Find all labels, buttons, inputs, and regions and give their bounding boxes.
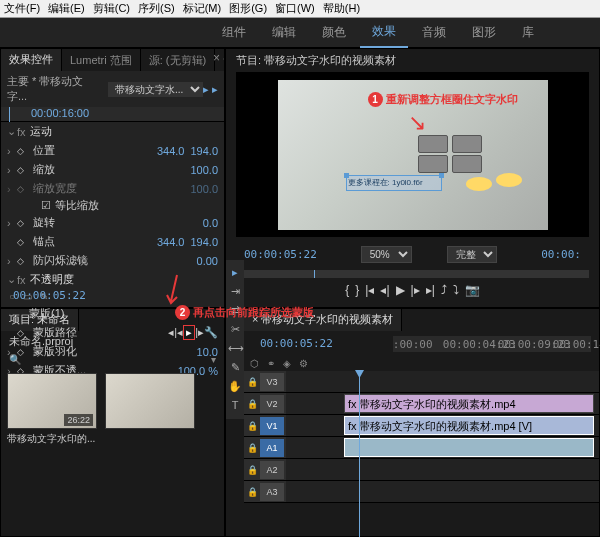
- tab-audio[interactable]: 音频: [410, 18, 458, 47]
- playhead[interactable]: [359, 371, 360, 537]
- tab-lumetri[interactable]: Lumetri 范围: [62, 49, 141, 71]
- track-forward-icon[interactable]: ▸: [183, 325, 195, 340]
- track-v3[interactable]: V3: [260, 373, 284, 391]
- track-v2[interactable]: V2: [260, 395, 284, 413]
- anchor-y[interactable]: 194.0: [190, 236, 218, 248]
- lane-v1[interactable]: fx 带移动文字水印的视频素材.mp4 [V]: [286, 415, 599, 436]
- scale-val[interactable]: 100.0: [190, 164, 218, 176]
- mask-feather[interactable]: 蒙版羽化: [29, 344, 191, 359]
- track-back-1-icon[interactable]: ◂|: [168, 326, 177, 339]
- menu-help[interactable]: 帮助(H): [323, 1, 360, 16]
- program-scrubber[interactable]: [236, 270, 589, 278]
- go-out-icon[interactable]: ▸|: [426, 283, 435, 297]
- track-forward-1-icon[interactable]: |▸: [195, 326, 204, 339]
- step-back-icon[interactable]: ◂|: [380, 283, 389, 297]
- tab-effect-controls[interactable]: 效果控件: [1, 49, 62, 71]
- type-tool-icon[interactable]: T: [228, 399, 242, 413]
- clip-dropdown[interactable]: 带移动文字水...: [108, 82, 203, 97]
- stopwatch-icon[interactable]: ◇: [17, 218, 29, 228]
- track-a3[interactable]: A3: [260, 483, 284, 501]
- lock-icon[interactable]: 🔒: [247, 377, 258, 387]
- marker-icon[interactable]: ◈: [283, 358, 291, 369]
- settings-icon[interactable]: ⚙: [299, 358, 308, 369]
- lock-icon[interactable]: 🔒: [247, 487, 258, 497]
- menu-marker[interactable]: 标记(M): [183, 1, 222, 16]
- anchor-x[interactable]: 344.0: [157, 236, 185, 248]
- extract-icon[interactable]: ⤵: [453, 283, 459, 297]
- tab-editing[interactable]: 编辑: [260, 18, 308, 47]
- fx-opacity[interactable]: 不透明度: [30, 272, 74, 287]
- stopwatch-icon[interactable]: ◇: [17, 165, 29, 175]
- lane-v3[interactable]: [286, 371, 599, 392]
- twirl-icon[interactable]: ⌄: [7, 125, 17, 138]
- export-frame-icon[interactable]: 📷: [465, 283, 480, 297]
- mark-in-icon[interactable]: {: [345, 283, 349, 297]
- prop-position[interactable]: 位置: [29, 143, 151, 158]
- timeline-ruler[interactable]: :00:00 00:00:04:23 00:00:09:23 00:00:14:…: [393, 336, 591, 352]
- stopwatch-icon[interactable]: ◇: [17, 146, 29, 156]
- tab-effects[interactable]: 效果: [360, 17, 408, 48]
- snap-icon[interactable]: ⬡: [250, 358, 259, 369]
- stopwatch-icon[interactable]: ◇: [17, 256, 29, 266]
- flicker-val[interactable]: 0.00: [197, 255, 218, 267]
- play-icon[interactable]: ▶: [396, 283, 405, 297]
- uniform-checkbox[interactable]: ☑: [41, 199, 51, 212]
- track-a2[interactable]: A2: [260, 461, 284, 479]
- menu-sequence[interactable]: 序列(S): [138, 1, 175, 16]
- program-timecode[interactable]: 00:00:05:22: [236, 245, 325, 264]
- wrench-icon[interactable]: 🔧: [204, 326, 218, 339]
- pos-x[interactable]: 344.0: [157, 145, 185, 157]
- timeline-clip[interactable]: fx 带移动文字水印的视频素材.mp4 [V]: [344, 416, 594, 435]
- fx-motion[interactable]: 运动: [30, 124, 52, 139]
- track-v1[interactable]: V1: [260, 417, 284, 435]
- lane-a1[interactable]: [286, 437, 599, 458]
- pen-tool-icon[interactable]: ✎: [228, 361, 242, 375]
- panel-menu-icon[interactable]: ×: [213, 51, 220, 65]
- menu-file[interactable]: 文件(F): [4, 1, 40, 16]
- mark-out-icon[interactable]: }: [355, 283, 359, 297]
- prop-scale[interactable]: 缩放: [29, 162, 184, 177]
- bin-clip[interactable]: [105, 373, 195, 449]
- link-icon[interactable]: ⚭: [267, 358, 275, 369]
- twirl-icon[interactable]: ⌄: [7, 307, 17, 320]
- prop-flicker[interactable]: 防闪烁滤镜: [29, 253, 191, 268]
- track-a1[interactable]: A1: [260, 439, 284, 457]
- stopwatch-icon[interactable]: ◇: [17, 237, 29, 247]
- stopwatch-icon[interactable]: ◇: [17, 347, 29, 357]
- lock-icon[interactable]: 🔒: [247, 421, 258, 431]
- program-viewer[interactable]: 1重新调整方框圈住文字水印 ↘ 更多课程在: 1y0l0.f6r: [236, 72, 589, 237]
- tab-assembly[interactable]: 组件: [210, 18, 258, 47]
- ec-timecode[interactable]: 00:00:05:22: [5, 286, 94, 305]
- rot-val[interactable]: 0.0: [203, 217, 218, 229]
- tab-color[interactable]: 颜色: [310, 18, 358, 47]
- lane-a2[interactable]: [286, 459, 599, 480]
- ec-timeline-ruler[interactable]: 00:00:16:00: [1, 107, 224, 122]
- prop-rotation[interactable]: 旋转: [29, 215, 197, 230]
- timeline-timecode[interactable]: 00:00:05:22: [252, 334, 341, 353]
- razor-tool-icon[interactable]: ✂: [228, 323, 242, 337]
- timeline-clip[interactable]: fx 带移动文字水印的视频素材.mp4: [344, 394, 594, 413]
- lock-icon[interactable]: 🔒: [247, 399, 258, 409]
- twirl-icon[interactable]: ⌄: [7, 273, 17, 286]
- prop-anchor[interactable]: 锚点: [29, 234, 151, 249]
- lift-icon[interactable]: ⤴: [441, 283, 447, 297]
- slip-tool-icon[interactable]: ⟷: [228, 342, 242, 356]
- tab-source[interactable]: 源: (无剪辑): [141, 49, 215, 71]
- step-fwd-icon[interactable]: |▸: [411, 283, 420, 297]
- selection-tool-icon[interactable]: ▸: [228, 266, 242, 280]
- mask-feather-val[interactable]: 10.0: [197, 346, 218, 358]
- timeline-clip[interactable]: [344, 438, 594, 457]
- menu-window[interactable]: 窗口(W): [275, 1, 315, 16]
- tab-graphics[interactable]: 图形: [460, 18, 508, 47]
- lane-a3[interactable]: [286, 481, 599, 502]
- tab-library[interactable]: 库: [510, 18, 546, 47]
- menu-clip[interactable]: 剪辑(C): [93, 1, 130, 16]
- menu-graphics[interactable]: 图形(G): [229, 1, 267, 16]
- lock-icon[interactable]: 🔒: [247, 465, 258, 475]
- mask-path[interactable]: 蒙版路径: [29, 325, 168, 340]
- lane-v2[interactable]: fx 带移动文字水印的视频素材.mp4: [286, 393, 599, 414]
- go-in-icon[interactable]: |◂: [365, 283, 374, 297]
- menu-edit[interactable]: 编辑(E): [48, 1, 85, 16]
- lock-icon[interactable]: 🔒: [247, 443, 258, 453]
- zoom-select[interactable]: 50%: [361, 246, 412, 263]
